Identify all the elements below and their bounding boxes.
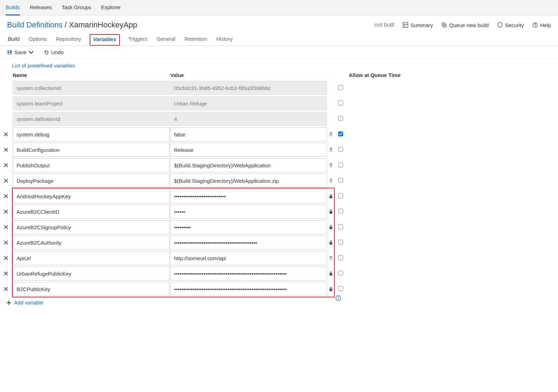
top-tab-builds[interactable]: Builds	[6, 0, 20, 15]
variable-value-input[interactable]: •••••••••	[170, 220, 327, 234]
toolbar: Save Undo	[0, 46, 558, 59]
delete-button[interactable]	[3, 193, 9, 199]
allow-queue-checkbox[interactable]	[338, 116, 348, 122]
variable-name-input[interactable]: ApiUrl	[13, 251, 169, 265]
table-row: UrbanRefugePublicKey••••••••••••••••••••…	[3, 266, 454, 281]
variable-value-input[interactable]: ••••••••••••••••••••••••••••••••••••••••…	[170, 236, 327, 250]
variable-name-input: system.teamProject	[13, 96, 169, 110]
delete-button[interactable]	[3, 178, 9, 184]
lock-icon[interactable]	[328, 178, 334, 184]
delete-button[interactable]	[3, 286, 9, 292]
variable-value-input[interactable]: Release	[170, 143, 327, 157]
variable-name-input[interactable]: system.debug	[13, 127, 169, 141]
allow-queue-checkbox[interactable]	[338, 224, 348, 230]
lock-icon[interactable]	[328, 286, 334, 292]
variable-name-input[interactable]: AzureB2CClientID	[13, 205, 169, 219]
svg-rect-9	[8, 51, 11, 52]
lock-icon[interactable]	[328, 239, 334, 246]
variable-value-input[interactable]: http://someurl.com/api	[170, 251, 327, 265]
allow-queue-checkbox[interactable]	[338, 193, 348, 199]
table-row: AzureB2CClientID••••••	[3, 204, 454, 219]
top-tab-releases[interactable]: Releases	[30, 0, 52, 15]
lock-icon[interactable]	[328, 255, 334, 261]
variable-value-input[interactable]: ••••••••••••••••••••••••••••••••••••••••…	[170, 266, 327, 281]
save-button[interactable]: Save	[7, 49, 34, 55]
allow-queue-checkbox[interactable]	[338, 240, 348, 246]
sub-tab-retention[interactable]: Retention	[184, 34, 208, 45]
delete-button[interactable]	[3, 208, 9, 215]
variable-name-input[interactable]: BuildConfiguration	[13, 143, 169, 157]
queue-build-button[interactable]: Queue new build	[441, 22, 489, 28]
svg-rect-25	[329, 165, 332, 167]
table-row: AzureB2CSignupPolicy•••••••••	[3, 219, 454, 235]
info-icon[interactable]	[335, 295, 341, 302]
sub-tab-triggers[interactable]: Triggers	[128, 34, 148, 45]
sub-tab-history[interactable]: History	[216, 34, 233, 45]
variable-value-input: 4	[170, 112, 327, 126]
variable-value-input[interactable]: false	[170, 127, 327, 141]
svg-rect-19	[329, 134, 332, 136]
variable-name-input[interactable]: AndriodHockeyAppKey	[13, 189, 169, 203]
variable-name-input[interactable]: B2CPublicKey	[13, 282, 169, 296]
sub-tab-options[interactable]: Options	[28, 34, 47, 45]
lock-icon[interactable]	[328, 131, 334, 137]
help-button[interactable]: Help	[532, 22, 551, 28]
table-row: system.collectionId05cb0c31-3b85-4952-bc…	[3, 80, 454, 96]
delete-button[interactable]	[3, 224, 9, 230]
variable-name-input[interactable]: AzureB2CAuthority	[13, 236, 169, 250]
sub-tab-general[interactable]: General	[156, 34, 176, 45]
header-actions: not built Summary Queue new build Securi…	[374, 22, 551, 28]
variable-name-input[interactable]: DeployPackage	[13, 174, 169, 188]
variable-value-input[interactable]: ••••••	[170, 205, 327, 219]
add-variable-button[interactable]: Add variable	[3, 297, 454, 306]
allow-queue-checkbox[interactable]	[338, 255, 348, 261]
lock-icon[interactable]	[328, 147, 334, 153]
allow-queue-checkbox[interactable]	[338, 101, 348, 107]
variable-name-input[interactable]: PublishOutput	[13, 158, 169, 172]
allow-queue-checkbox[interactable]	[338, 162, 348, 168]
sub-tab-repository[interactable]: Repository	[55, 34, 82, 45]
allow-queue-checkbox[interactable]	[338, 286, 348, 292]
variable-name-input[interactable]: UrbanRefugePublicKey	[13, 266, 169, 281]
top-tab-task-groups[interactable]: Task Groups	[62, 0, 91, 15]
variable-name-input[interactable]: AzureB2CSignupPolicy	[13, 220, 169, 234]
breadcrumb-name: XamarinHockeyApp	[69, 20, 137, 30]
top-tab-explorer[interactable]: Explorer	[101, 0, 121, 15]
summary-button[interactable]: Summary	[403, 22, 433, 28]
lock-icon[interactable]	[328, 193, 334, 199]
lock-icon[interactable]	[328, 162, 334, 168]
lock-icon[interactable]	[328, 208, 334, 215]
column-allow: Allow at Queue Time	[349, 72, 454, 78]
predefined-variables-link[interactable]: List of predefined variables	[0, 59, 558, 71]
allow-queue-checkbox[interactable]	[338, 178, 348, 184]
svg-rect-40	[329, 242, 332, 245]
allow-queue-checkbox[interactable]	[338, 85, 348, 91]
svg-rect-43	[329, 258, 332, 260]
delete-button[interactable]	[3, 255, 9, 261]
breadcrumb: Build Definitions / XamarinHockeyApp	[7, 20, 137, 30]
variable-value-input[interactable]: ••••••••••••••••••••••••••••	[170, 189, 327, 203]
variable-value-input[interactable]: $(Build.StagingDirectory)/WebApplication	[170, 158, 327, 172]
allow-queue-checkbox[interactable]	[338, 147, 348, 153]
delete-button[interactable]	[3, 239, 9, 246]
sub-tab-build[interactable]: Build	[7, 34, 20, 45]
allow-queue-checkbox[interactable]	[338, 271, 348, 277]
sub-tab-variables[interactable]: Variables	[90, 34, 120, 46]
variable-name-input: system.definitionId	[13, 112, 169, 126]
lock-icon[interactable]	[328, 270, 334, 277]
lock-icon[interactable]	[328, 224, 334, 230]
variable-value-input[interactable]: ••••••••••••••••••••••••••••••••••••••••…	[170, 282, 327, 296]
breadcrumb-root[interactable]: Build Definitions	[7, 20, 63, 30]
undo-button[interactable]: Undo	[44, 49, 64, 55]
delete-button[interactable]	[3, 147, 9, 153]
delete-button[interactable]	[3, 131, 9, 137]
delete-button[interactable]	[3, 270, 9, 277]
help-label: Help	[540, 22, 551, 28]
save-icon	[7, 50, 12, 55]
security-button[interactable]: Security	[497, 22, 524, 28]
undo-icon	[44, 50, 49, 55]
delete-button[interactable]	[3, 162, 9, 168]
allow-queue-checkbox[interactable]	[338, 209, 348, 215]
allow-queue-checkbox[interactable]	[338, 131, 348, 137]
variable-value-input[interactable]: $(Build.StagingDirectory)/WebApplication…	[170, 174, 327, 188]
